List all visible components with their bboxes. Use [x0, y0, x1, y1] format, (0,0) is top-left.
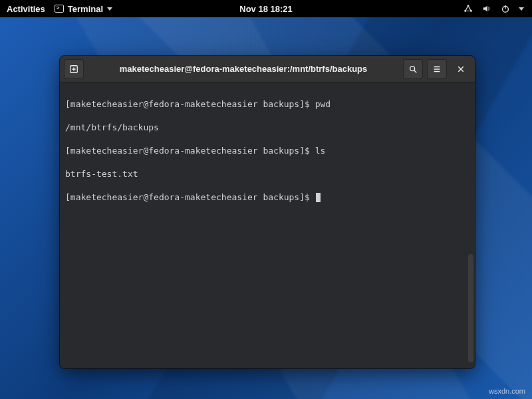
terminal-line: [maketecheasier@fedora-maketecheasier ba…: [65, 192, 469, 203]
svg-line-9: [414, 70, 417, 72]
command: ls: [315, 146, 326, 156]
window-titlebar[interactable]: maketecheasier@fedora-maketecheasier:/mn…: [60, 56, 475, 82]
clock[interactable]: Nov 18 18:21: [239, 4, 293, 14]
svg-point-8: [410, 66, 415, 70]
terminal-line: [maketecheasier@fedora-maketecheasier ba…: [65, 145, 469, 157]
watermark: wsxdn.com: [489, 387, 525, 395]
power-icon: [500, 3, 511, 14]
search-button[interactable]: [403, 59, 423, 79]
new-tab-button[interactable]: [64, 59, 84, 79]
activities-button[interactable]: Activities: [7, 4, 45, 14]
app-menu-label: Terminal: [68, 4, 103, 14]
chevron-down-icon: [107, 7, 112, 11]
top-panel: Activities Terminal Nov 18 18:21: [0, 0, 532, 17]
menu-button[interactable]: [427, 59, 447, 79]
scrollbar[interactable]: [468, 254, 473, 362]
terminal-icon: [55, 5, 64, 13]
network-icon: [463, 3, 473, 14]
terminal-output: btrfs-test.txt: [65, 168, 469, 180]
window-title: maketecheasier@fedora-maketecheasier:/mn…: [88, 64, 399, 74]
terminal-output: /mnt/btrfs/backups: [65, 122, 469, 134]
terminal-content[interactable]: [maketecheasier@fedora-maketecheasier ba…: [60, 82, 475, 368]
command: pwd: [315, 99, 331, 109]
close-button[interactable]: [451, 59, 471, 79]
terminal-window: maketecheasier@fedora-maketecheasier:/mn…: [60, 56, 475, 368]
prompt: [maketecheasier@fedora-maketecheasier ba…: [65, 146, 315, 156]
volume-icon: [481, 3, 492, 14]
chevron-down-icon: [519, 7, 524, 11]
system-tray[interactable]: [463, 3, 532, 14]
prompt: [maketecheasier@fedora-maketecheasier ba…: [65, 99, 315, 109]
terminal-line: [maketecheasier@fedora-maketecheasier ba…: [65, 98, 469, 110]
app-menu[interactable]: Terminal: [55, 4, 112, 14]
cursor: [316, 193, 321, 202]
prompt: [maketecheasier@fedora-maketecheasier ba…: [65, 192, 315, 202]
